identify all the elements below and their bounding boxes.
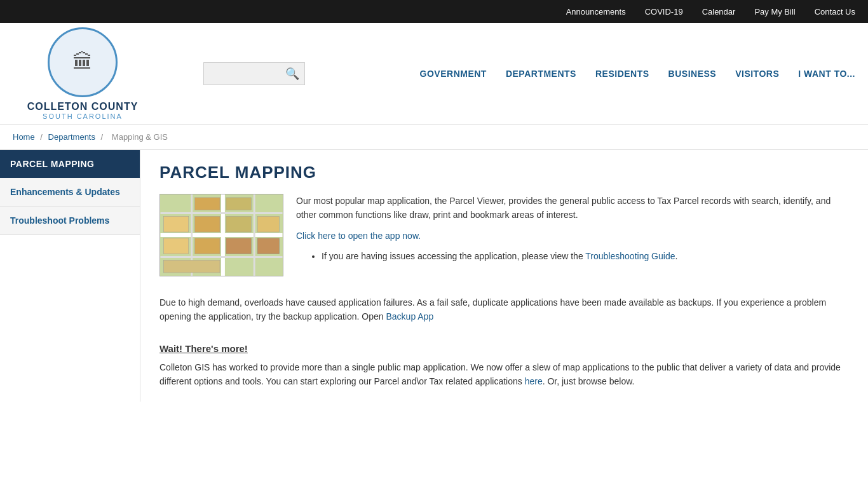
svg-rect-8 — [163, 238, 188, 254]
bullet-text-after: . — [675, 251, 677, 261]
nav-government[interactable]: GOVERNMENT — [420, 69, 487, 79]
svg-rect-12 — [226, 198, 251, 210]
logo-area: 🏛 COLLETON COUNTY SOUTH CAROLINA — [13, 27, 153, 120]
bullet-text-before: If you are having issues accessing the a… — [322, 251, 585, 261]
here-link[interactable]: here — [525, 376, 543, 386]
breadcrumb-separator-1: / — [40, 132, 44, 142]
nav-i-want-to[interactable]: I WANT TO... — [798, 69, 855, 79]
demand-text-before: Due to high demand, overloads have cause… — [159, 297, 826, 322]
intro-paragraph: Our most popular map application, the Pa… — [296, 194, 849, 222]
svg-rect-15 — [226, 238, 251, 254]
svg-rect-7 — [163, 216, 188, 232]
svg-rect-14 — [257, 216, 279, 232]
search-area: 🔍 — [203, 62, 305, 85]
logo-circle: 🏛 — [48, 27, 118, 97]
wait-section: Wait! There's more! Colleton GIS has wor… — [159, 343, 849, 389]
sidebar-title: PARCEL MAPPING — [0, 150, 140, 178]
building-icon: 🏛 — [72, 50, 93, 74]
breadcrumb-current: Mapping & GIS — [112, 132, 168, 142]
demand-section: Due to high demand, overloads have cause… — [159, 289, 849, 330]
bullet-item: If you are having issues accessing the a… — [322, 249, 849, 263]
content-wrapper: PARCEL MAPPING Enhancements & Updates Tr… — [0, 150, 868, 402]
intro-text: Our most popular map application, the Pa… — [296, 194, 849, 276]
search-input[interactable] — [209, 69, 285, 79]
wait-text-content: Colleton GIS has worked to provide more … — [159, 362, 841, 386]
svg-rect-16 — [257, 238, 279, 254]
announcements-link[interactable]: Announcements — [566, 7, 626, 17]
map-thumbnail — [159, 194, 283, 276]
contact-us-link[interactable]: Contact Us — [815, 7, 855, 17]
troubleshooting-guide-link[interactable]: Troubleshooting Guide — [585, 251, 675, 261]
svg-rect-11 — [195, 238, 220, 254]
wait-paragraph: Colleton GIS has worked to provide more … — [159, 360, 849, 389]
breadcrumb-home[interactable]: Home — [13, 132, 35, 142]
backup-app-link[interactable]: Backup App — [386, 311, 433, 322]
nav-business[interactable]: BUSINESS — [668, 69, 717, 79]
intro-section: Our most popular map application, the Pa… — [159, 194, 849, 276]
search-box: 🔍 — [203, 62, 305, 85]
county-name: COLLETON COUNTY — [27, 101, 139, 112]
svg-rect-10 — [195, 216, 220, 232]
breadcrumb-departments[interactable]: Departments — [48, 132, 95, 142]
sidebar-enhancements-link[interactable]: Enhancements & Updates — [0, 178, 140, 206]
main-content: PARCEL MAPPING — [140, 150, 868, 402]
sidebar-troubleshoot-link[interactable]: Troubleshoot Problems — [0, 207, 140, 234]
search-button[interactable]: 🔍 — [285, 67, 299, 81]
sidebar-item-troubleshoot[interactable]: Troubleshoot Problems — [0, 207, 140, 235]
sidebar: PARCEL MAPPING Enhancements & Updates Tr… — [0, 150, 140, 402]
nav-departments[interactable]: DEPARTMENTS — [506, 69, 576, 79]
covid-link[interactable]: COVID-19 — [645, 7, 683, 17]
open-app-link[interactable]: Click here to open the app now. — [296, 231, 421, 241]
breadcrumb-separator-2: / — [101, 132, 105, 142]
nav-residents[interactable]: RESIDENTS — [595, 69, 649, 79]
breadcrumb: Home / Departments / Mapping & GIS — [0, 125, 868, 150]
svg-rect-9 — [195, 198, 220, 210]
pay-my-bill-link[interactable]: Pay My Bill — [754, 7, 795, 17]
page-title: PARCEL MAPPING — [159, 163, 849, 182]
header: 🏛 COLLETON COUNTY SOUTH CAROLINA 🔍 GOVER… — [0, 23, 868, 125]
wait-text-end: . Or, just browse below. — [543, 376, 635, 386]
demand-paragraph: Due to high demand, overloads have cause… — [159, 295, 849, 324]
main-nav: GOVERNMENT DEPARTMENTS RESIDENTS BUSINES… — [420, 69, 855, 79]
svg-rect-13 — [226, 216, 251, 232]
top-bar: Announcements COVID-19 Calendar Pay My B… — [0, 0, 868, 23]
svg-rect-17 — [163, 260, 220, 273]
sidebar-item-enhancements[interactable]: Enhancements & Updates — [0, 178, 140, 207]
logo-text: COLLETON COUNTY SOUTH CAROLINA — [27, 101, 139, 120]
nav-visitors[interactable]: VISITORS — [735, 69, 779, 79]
wait-title: Wait! There's more! — [159, 343, 849, 354]
calendar-link[interactable]: Calendar — [702, 7, 736, 17]
state-name: SOUTH CAROLINA — [27, 112, 139, 120]
